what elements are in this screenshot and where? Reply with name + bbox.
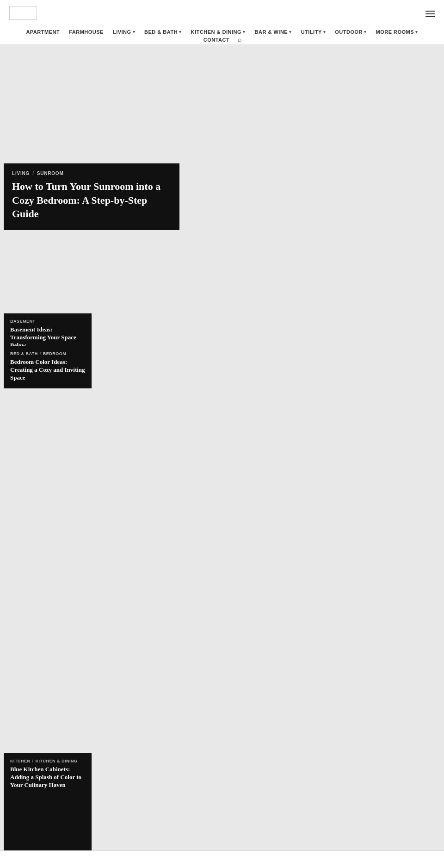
secondary-card-2-sub: Bedroom	[43, 351, 67, 356]
hero-title: How to Turn Your Sunroom into a Cozy Bed…	[12, 180, 171, 221]
nav-item-apartment[interactable]: APARTMENT	[21, 29, 64, 35]
secondary-card-2-title: Bedroom Color Ideas: Creating a Cozy and…	[10, 358, 85, 382]
secondary-card-2-breadcrumb: Bed & Bath / Bedroom	[10, 351, 85, 356]
kitchen-card-2-sub: Kitchen & Dining	[36, 759, 78, 763]
main-section: Home Decor Tips and Interior Design Idea…	[0, 850, 444, 868]
search-icon[interactable]: ⌕	[234, 36, 245, 44]
nav-item-utility[interactable]: UTILITY ▾	[296, 29, 331, 35]
kitchen-card-2-cat: Kitchen	[10, 759, 31, 763]
kitchen-card-2-breadcrumb: Kitchen / Kitchen & Dining	[10, 759, 85, 763]
kitchen-card-2-title: Blue Kitchen Cabinets: Adding a Splash o…	[10, 766, 85, 789]
site-header: APARTMENT FARMHOUSE LIVING ▾ BED & BATH …	[0, 0, 444, 45]
nav-item-contact[interactable]: CONTACT	[199, 37, 234, 43]
hamburger-menu[interactable]	[426, 11, 435, 17]
secondary-cards-area: Basement Basement Ideas: Transforming Yo…	[0, 313, 444, 610]
main-nav: APARTMENT FARMHOUSE LIVING ▾ BED & BATH …	[0, 28, 444, 44]
nav-item-bed-bath[interactable]: BED & BATH ▾	[140, 29, 186, 35]
secondary-card-1-cat: Basement	[10, 319, 36, 324]
hero-breadcrumb: LIVING / SUNROOM	[12, 171, 171, 176]
kitchen-card-2[interactable]: Kitchen / Kitchen & Dining Blue Kitchen …	[4, 753, 92, 850]
secondary-card-1-breadcrumb: Basement	[10, 319, 85, 324]
hero-breadcrumb-sub: SUNROOM	[37, 171, 64, 176]
secondary-card-2-cat: Bed & Bath	[10, 351, 38, 356]
nav-item-outdoor[interactable]: OUTDOOR ▾	[330, 29, 371, 35]
nav-item-bar-wine[interactable]: BAR & WINE ▾	[250, 29, 296, 35]
nav-item-kitchen-dining[interactable]: KITCHEN & DINING ▾	[186, 29, 250, 35]
nav-item-farmhouse[interactable]: FARMHOUSE	[64, 29, 108, 35]
secondary-card-2[interactable]: Bed & Bath / Bedroom Bedroom Color Ideas…	[4, 346, 92, 388]
hero-breadcrumb-cat: LIVING	[12, 171, 30, 176]
hero-area: LIVING / SUNROOM How to Turn Your Sunroo…	[0, 45, 444, 313]
hero-card[interactable]: LIVING / SUNROOM How to Turn Your Sunroo…	[4, 163, 179, 230]
nav-item-more-rooms[interactable]: MORE ROOMS ▾	[371, 29, 422, 35]
nav-item-living[interactable]: LIVING ▾	[108, 29, 140, 35]
hero-breadcrumb-sep: /	[32, 171, 34, 176]
site-logo[interactable]	[9, 6, 37, 22]
kitchen-cards-area: Kitchen / Kitchen & Dining Kitchen Islan…	[0, 610, 444, 850]
